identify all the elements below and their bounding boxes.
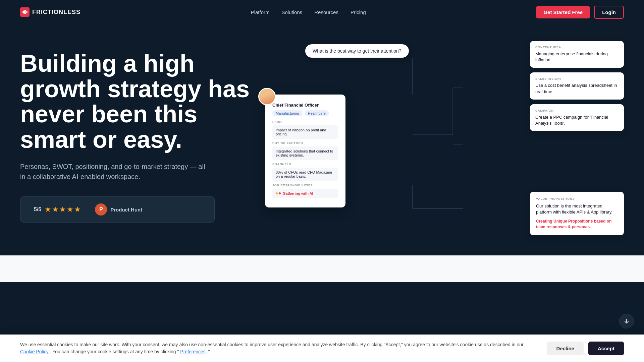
persona-title: Chief Financial Officer (272, 103, 338, 108)
content-text-1: Use a cost benefit analysis spreadsheet … (535, 82, 619, 95)
dot-2 (279, 192, 281, 194)
get-started-button[interactable]: Get Started Free (536, 6, 590, 18)
hero-diagram: What is the best way to get their attent… (255, 41, 624, 242)
nav-solutions[interactable]: Solutions (282, 9, 303, 15)
hero-section: Building a high growth strategy has neve… (0, 24, 644, 255)
cookie-banner: We use essential cookies to make our sit… (0, 335, 644, 362)
gathering-field: Gathering with AI (272, 189, 338, 198)
cookie-text-end: . You can change your cookie settings at… (50, 349, 179, 354)
content-label-1: SALES INSIGHT (535, 77, 619, 80)
pains-field: Impact of inflation on profit and pricin… (272, 125, 338, 139)
product-hunt-icon: P (95, 203, 107, 216)
gathering-text: Gathering with AI (283, 191, 313, 195)
nav-pricing[interactable]: Pricing (351, 9, 366, 15)
value-prop-text: Our solution is the most integrated plat… (536, 203, 618, 215)
content-label-0: CONTENT IDEA (535, 46, 619, 49)
login-button[interactable]: Login (594, 6, 624, 19)
nav-actions: Get Started Free Login (536, 6, 624, 19)
content-cards: CONTENT IDEA Managing enterprise financi… (530, 41, 624, 131)
navigation: FRICTIONLESS Platform Solutions Resource… (0, 0, 644, 24)
cookie-text: We use essential cookies to make our sit… (20, 341, 534, 355)
product-hunt-label: Product Hunt (110, 207, 142, 213)
cookie-actions: Decline Accept (547, 342, 624, 355)
persona-card: Chief Financial Officer Manufacturing He… (265, 95, 345, 207)
question-bubble: What is the best way to get their attent… (305, 44, 409, 58)
value-prop-card: VALUE PROPOSITIONS Our solution is the m… (530, 192, 624, 235)
value-prop-highlight: Creating Unique Propositions based on te… (536, 219, 618, 230)
cookie-text-close: ." (207, 349, 210, 354)
hero-title: Building a high growth strategy has neve… (20, 51, 255, 152)
accept-button[interactable]: Accept (588, 342, 624, 355)
gathering-dots (276, 192, 281, 194)
dot-1 (276, 192, 278, 194)
value-prop-label: VALUE PROPOSITIONS (536, 197, 618, 200)
buying-field: Integrated solutions that connect to exi… (272, 146, 338, 160)
cookie-policy-link[interactable]: Cookie Policy (20, 349, 49, 354)
content-card-2: CAMPAIGN Create a PPC campaign for 'Fina… (530, 104, 624, 131)
buying-label: BUYING FACTORS (272, 141, 338, 145)
content-card-1: SALES INSIGHT Use a cost benefit analysi… (530, 72, 624, 99)
decline-button[interactable]: Decline (547, 342, 584, 355)
cookie-text-main: We use essential cookies to make our sit… (20, 342, 524, 347)
rating-section: 5/5 ★★★★★ (34, 205, 82, 214)
persona-tag-manufacturing: Manufacturing (272, 110, 303, 116)
nav-platform[interactable]: Platform (251, 9, 270, 15)
channels-field: 80% of CFOs read CFO Magazine on a regul… (272, 168, 338, 181)
scroll-button[interactable] (619, 314, 634, 328)
persona-tags: Manufacturing Healthcare (272, 110, 338, 116)
nav-links: Platform Solutions Resources Pricing (251, 9, 366, 15)
question-text: What is the best way to get their attent… (313, 48, 401, 54)
persona-tag-healthcare: Healthcare (305, 110, 329, 116)
gathering-row: Gathering with AI (276, 191, 335, 195)
nav-resources[interactable]: Resources (314, 9, 338, 15)
stars: ★★★★★ (45, 205, 82, 214)
job-label: JOB RESPONSIBILITIES (272, 184, 338, 187)
avatar-face (259, 89, 275, 104)
content-text-0: Managing enterprise financials during in… (535, 51, 619, 63)
product-hunt: P Product Hunt (95, 203, 142, 216)
rating-score: 5/5 (34, 206, 41, 213)
channels-label: CHANNELS (272, 163, 338, 166)
bottom-section (0, 255, 644, 282)
content-label-2: CAMPAIGN (535, 109, 619, 112)
content-text-2: Create a PPC campaign for 'Financial Ana… (535, 114, 619, 126)
logo-text: FRICTIONLESS (32, 9, 80, 16)
social-proof: 5/5 ★★★★★ P Product Hunt (20, 196, 215, 223)
hero-subtitle: Personas, SWOT, positioning, and go-to-m… (20, 162, 208, 182)
persona-avatar (258, 88, 276, 105)
scroll-icon (624, 318, 630, 324)
preferences-link[interactable]: Preferences (180, 349, 205, 354)
logo[interactable]: FRICTIONLESS (20, 7, 80, 17)
content-card-0: CONTENT IDEA Managing enterprise financi… (530, 41, 624, 68)
hero-left: Building a high growth strategy has neve… (20, 44, 255, 223)
logo-icon (20, 7, 30, 17)
pains-label: PAINS (272, 120, 338, 124)
